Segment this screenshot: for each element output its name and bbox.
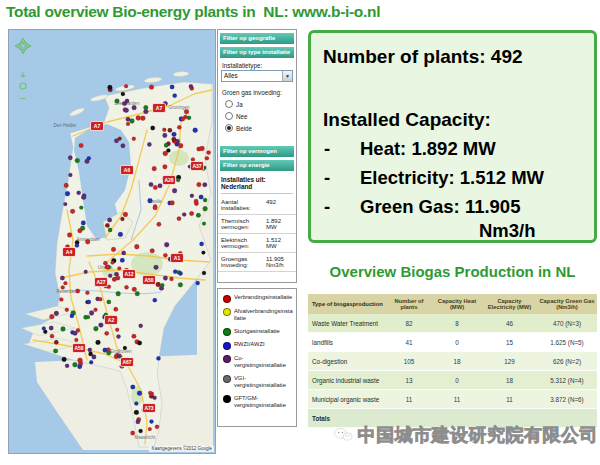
netherlands-map[interactable]: Den HelderGroningenLeeuwardenZwolleAmste… [8, 29, 216, 454]
plant-marker[interactable] [111, 247, 116, 252]
plant-marker[interactable] [117, 266, 121, 270]
plant-marker[interactable] [178, 143, 183, 148]
plant-marker[interactable] [74, 338, 78, 342]
plant-marker[interactable] [149, 85, 154, 90]
plant-marker[interactable] [114, 307, 118, 311]
plant-marker[interactable] [123, 346, 127, 350]
plant-marker[interactable] [67, 233, 72, 238]
plant-marker[interactable] [194, 199, 198, 203]
plant-marker[interactable] [202, 182, 207, 187]
plant-marker[interactable] [162, 128, 166, 132]
plant-marker[interactable] [70, 314, 74, 318]
plant-marker[interactable] [169, 277, 173, 281]
plant-marker[interactable] [153, 298, 157, 302]
section-type-installatie[interactable]: Filter op type installatie [220, 47, 294, 58]
dropdown-arrow-icon[interactable]: ▼ [282, 71, 292, 81]
plant-marker[interactable] [93, 326, 98, 331]
plant-marker[interactable] [203, 198, 207, 202]
plant-marker[interactable] [98, 323, 103, 328]
plant-marker[interactable] [84, 315, 88, 319]
plant-marker[interactable] [136, 116, 141, 121]
plant-marker[interactable] [187, 116, 191, 120]
plant-marker[interactable] [153, 205, 158, 210]
zoom-in-icon[interactable]: + [20, 70, 26, 81]
plant-marker[interactable] [201, 251, 205, 255]
plant-marker[interactable] [172, 132, 177, 137]
plant-marker[interactable] [89, 360, 93, 364]
zoom-out-icon[interactable]: − [20, 93, 26, 104]
plant-marker[interactable] [168, 128, 172, 132]
plant-marker[interactable] [199, 195, 204, 200]
plant-marker[interactable] [118, 232, 123, 237]
plant-marker[interactable] [150, 126, 154, 130]
plant-marker[interactable] [78, 358, 83, 363]
plant-marker[interactable] [163, 253, 167, 257]
plant-marker[interactable] [62, 357, 67, 362]
plant-marker[interactable] [79, 206, 83, 210]
radio-beide[interactable]: Beide [225, 124, 289, 132]
plant-marker[interactable] [107, 300, 111, 304]
plant-marker[interactable] [121, 143, 125, 147]
plant-marker[interactable] [125, 99, 129, 103]
plant-marker[interactable] [153, 396, 157, 400]
plant-marker[interactable] [172, 137, 177, 142]
plant-marker[interactable] [156, 356, 160, 360]
plant-marker[interactable] [98, 297, 102, 301]
section-geografie[interactable]: Filter op geografie [220, 33, 294, 44]
plant-marker[interactable] [111, 261, 115, 265]
plant-marker[interactable] [143, 105, 148, 110]
section-vermogen[interactable]: Filter op vermogen [220, 146, 294, 157]
plant-marker[interactable] [139, 324, 143, 328]
plant-marker[interactable] [123, 212, 128, 217]
plant-marker[interactable] [203, 206, 208, 211]
radio-icon[interactable] [225, 100, 233, 108]
plant-marker[interactable] [65, 308, 69, 312]
plant-marker[interactable] [170, 85, 175, 90]
plant-marker[interactable] [81, 195, 86, 200]
plant-marker[interactable] [139, 429, 143, 433]
plant-marker[interactable] [134, 402, 138, 406]
plant-marker[interactable] [147, 142, 151, 146]
plant-marker[interactable] [136, 419, 140, 423]
plant-marker[interactable] [197, 182, 202, 187]
plant-marker[interactable] [85, 239, 90, 244]
plant-marker[interactable] [116, 334, 120, 338]
plant-marker[interactable] [156, 282, 161, 287]
plant-marker[interactable] [163, 164, 168, 169]
plant-marker[interactable] [126, 117, 130, 121]
plant-marker[interactable] [191, 158, 195, 162]
plant-marker[interactable] [78, 228, 83, 233]
plant-marker[interactable] [164, 143, 168, 147]
plant-marker[interactable] [126, 122, 130, 126]
plant-marker[interactable] [96, 340, 101, 345]
plant-marker[interactable] [54, 311, 58, 315]
plant-marker[interactable] [199, 242, 203, 246]
plant-marker[interactable] [108, 85, 113, 90]
plant-marker[interactable] [49, 314, 54, 319]
plant-marker[interactable] [87, 300, 91, 304]
plant-marker[interactable] [77, 364, 82, 369]
plant-marker[interactable] [61, 327, 66, 332]
plant-marker[interactable] [193, 128, 198, 133]
plant-marker[interactable] [49, 326, 54, 331]
plant-marker[interactable] [64, 183, 69, 188]
plant-marker[interactable] [164, 242, 169, 247]
plant-marker[interactable] [53, 349, 58, 354]
plant-marker[interactable] [105, 331, 109, 335]
plant-marker[interactable] [200, 146, 205, 151]
plant-marker[interactable] [88, 352, 92, 356]
plant-marker[interactable] [50, 334, 54, 338]
plant-marker[interactable] [108, 228, 112, 232]
plant-marker[interactable] [121, 92, 125, 96]
plant-marker[interactable] [155, 425, 159, 429]
plant-marker[interactable] [149, 420, 153, 424]
plant-marker[interactable] [116, 291, 121, 296]
plant-marker[interactable] [124, 84, 128, 88]
plant-marker[interactable] [87, 156, 91, 160]
plant-marker[interactable] [77, 191, 81, 195]
plant-marker[interactable] [137, 391, 142, 396]
plant-marker[interactable] [115, 99, 120, 104]
plant-marker[interactable] [68, 173, 72, 177]
plant-marker[interactable] [63, 202, 67, 206]
plant-marker[interactable] [189, 84, 193, 88]
